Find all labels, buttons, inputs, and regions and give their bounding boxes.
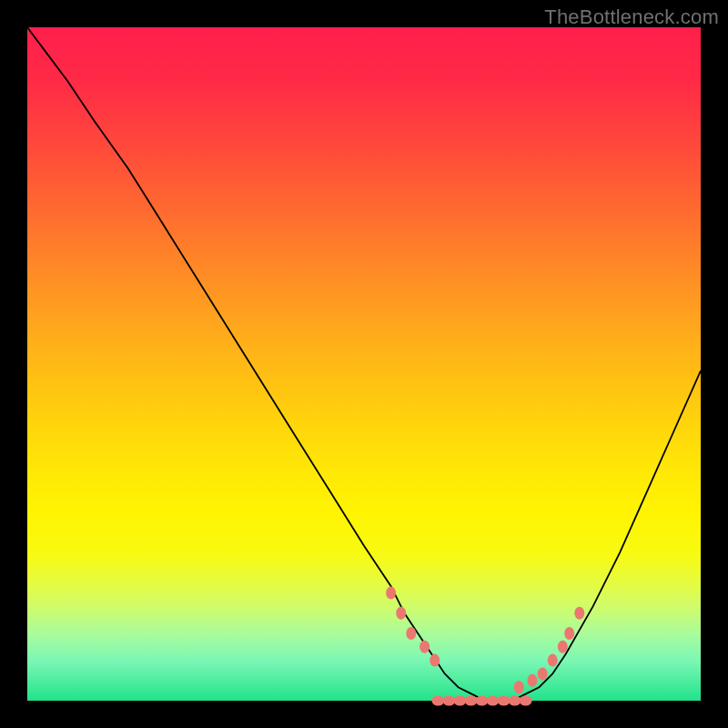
marker-dot: [514, 681, 524, 693]
bottleneck-curve: [27, 27, 701, 701]
flat-cap: [431, 696, 444, 706]
marker-dot: [574, 607, 584, 620]
flat-cap: [442, 696, 455, 706]
marker-dot: [386, 587, 396, 600]
flat-cap: [487, 696, 500, 706]
marker-dot: [430, 654, 440, 667]
flat-cap: [498, 696, 511, 706]
marker-dot: [538, 667, 548, 680]
flat-bottom-caps: [431, 696, 531, 706]
outer-frame: TheBottleneck.com: [0, 0, 728, 728]
marker-dot: [396, 607, 406, 620]
marker-dot: [420, 641, 430, 653]
marker-dot: [406, 627, 416, 640]
marker-dot: [564, 627, 574, 640]
chart-svg: [0, 0, 728, 728]
flat-cap: [520, 696, 532, 706]
marker-dot: [548, 654, 558, 667]
chart-layer: [27, 27, 701, 706]
flat-cap: [476, 696, 489, 706]
marker-dot: [528, 674, 538, 687]
flat-cap: [509, 696, 521, 706]
marker-dots: [386, 587, 584, 694]
flat-cap: [453, 696, 466, 706]
flat-cap: [465, 696, 478, 706]
marker-dot: [558, 641, 568, 653]
